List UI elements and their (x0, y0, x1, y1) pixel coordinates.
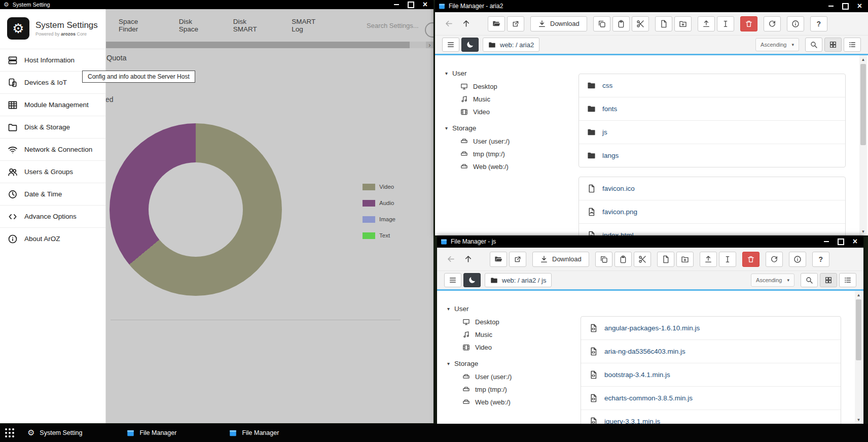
back-button[interactable] (442, 17, 455, 30)
settings-search-input[interactable] (366, 21, 433, 30)
scroll-up-arrow[interactable]: ▲ (855, 291, 862, 298)
file-row-aria-ng[interactable]: aria-ng-da5356c403.min.js (581, 340, 841, 363)
taskbar-item-system-setting[interactable]: ⚙ System Setting (27, 429, 82, 437)
help-button[interactable]: ? (812, 252, 829, 267)
sidebar-item-host-information[interactable]: Host Information (0, 49, 105, 71)
delete-button[interactable] (742, 252, 760, 267)
tree-item-web-drive[interactable]: Web (web:/) (437, 396, 565, 409)
download-button[interactable]: Download (530, 16, 587, 31)
file-row-favicon-png[interactable]: favicon.png (579, 200, 845, 224)
minimize-button[interactable] (394, 4, 399, 5)
tab-space-finder[interactable]: Space Finder (119, 18, 159, 33)
minimize-button[interactable] (824, 241, 829, 242)
new-folder-button[interactable] (674, 16, 692, 31)
new-file-button[interactable] (657, 252, 674, 267)
app-launcher-icon[interactable] (5, 428, 14, 437)
close-button[interactable]: × (857, 2, 862, 10)
file-row-fonts[interactable]: fonts (579, 97, 845, 121)
file-row-jquery[interactable]: jquery-3.3.1.min.js (581, 410, 841, 424)
minimize-button[interactable] (828, 6, 834, 7)
breadcrumb[interactable]: web: / aria2 / js (485, 273, 552, 287)
close-button[interactable]: × (853, 237, 857, 246)
close-button[interactable]: × (423, 1, 427, 9)
list-view-button[interactable] (844, 38, 861, 52)
file-row-js[interactable]: js (579, 121, 845, 144)
tab-smart-log[interactable]: SMART Log (292, 18, 328, 33)
theme-toggle-button[interactable] (461, 38, 479, 52)
tree-section-storage[interactable]: ▾Storage (437, 357, 565, 370)
paste-button[interactable] (612, 16, 630, 31)
delete-button[interactable] (740, 16, 757, 31)
tab-disk-space[interactable]: Disk Space (179, 18, 213, 33)
tree-item-desktop[interactable]: Desktop (435, 80, 563, 93)
maximize-button[interactable] (408, 2, 414, 8)
file-row-echarts[interactable]: echarts-common-3.8.5.min.js (581, 387, 841, 410)
tree-section-storage[interactable]: ▾Storage (435, 121, 563, 135)
sidebar-item-advance-options[interactable]: Advance Options (0, 205, 105, 227)
file-row-langs[interactable]: langs (579, 144, 845, 167)
sidebar-item-users-groups[interactable]: Users & Groups (0, 160, 105, 183)
breadcrumb[interactable]: web: / aria2 (483, 38, 539, 52)
upload-button[interactable] (698, 16, 715, 31)
sidebar-item-network-connection[interactable]: Network & Connection (0, 138, 105, 160)
tree-item-desktop[interactable]: Desktop (437, 316, 565, 328)
scroll-down-arrow[interactable]: ▼ (859, 228, 867, 235)
open-button[interactable] (488, 16, 505, 31)
open-button[interactable] (490, 252, 507, 267)
vertical-scrollbar[interactable]: ▲ ▼ (855, 291, 862, 424)
properties-button[interactable] (789, 252, 806, 267)
open-new-window-button[interactable] (509, 252, 526, 267)
taskbar-item-file-manager-1[interactable]: File Manager (127, 429, 176, 437)
scroll-down-arrow[interactable]: ▼ (855, 416, 862, 423)
tree-item-user-drive[interactable]: User (user:/) (437, 370, 565, 383)
list-view-button[interactable] (839, 273, 856, 287)
horizontal-scrollbar-thumb[interactable] (105, 42, 410, 48)
sidebar-item-disk-storage[interactable]: Disk & Storage (0, 116, 105, 138)
cut-button[interactable] (634, 252, 651, 267)
grid-view-button[interactable] (820, 273, 837, 287)
tree-section-user[interactable]: ▾User (435, 66, 563, 80)
sidebar-item-module-management[interactable]: Module Management (0, 93, 105, 116)
horizontal-scrollbar[interactable]: › (105, 42, 433, 48)
rename-button[interactable] (719, 252, 736, 267)
sidebar-item-date-time[interactable]: Date & Time (0, 183, 105, 205)
sidebar-item-about-aroz[interactable]: About ArOZ (0, 227, 105, 250)
help-button[interactable]: ? (810, 16, 827, 31)
rename-button[interactable] (717, 16, 734, 31)
copy-button[interactable] (593, 16, 610, 31)
new-folder-button[interactable] (676, 252, 694, 267)
search-button[interactable] (805, 38, 822, 52)
grid-view-button[interactable] (824, 38, 842, 52)
maximize-button[interactable] (838, 239, 844, 245)
scroll-up-arrow[interactable]: ▲ (859, 56, 867, 63)
file-row-favicon-ico[interactable]: favicon.ico (579, 177, 845, 200)
file-row-angular[interactable]: angular-packages-1.6.10.min.js (581, 317, 841, 340)
tree-item-web-drive[interactable]: Web (web:/) (435, 160, 563, 173)
fm2-titlebar[interactable]: File Manager - js × (437, 235, 863, 248)
tree-item-tmp-drive[interactable]: tmp (tmp:/) (435, 148, 563, 160)
theme-toggle-button[interactable] (463, 273, 481, 287)
back-button[interactable] (444, 253, 457, 266)
menu-button[interactable] (442, 38, 459, 52)
tab-disk-smart[interactable]: Disk SMART (233, 18, 272, 33)
open-new-window-button[interactable] (507, 16, 524, 31)
paste-button[interactable] (614, 252, 632, 267)
fm1-titlebar[interactable]: File Manager - aria2 × (435, 0, 868, 12)
scrollbar-thumb[interactable] (860, 64, 866, 145)
tree-item-music[interactable]: Music (437, 328, 565, 341)
up-button[interactable] (459, 17, 473, 30)
scroll-right-arrow[interactable]: › (426, 42, 433, 48)
copy-button[interactable] (595, 252, 612, 267)
tree-item-music[interactable]: Music (435, 93, 563, 106)
cut-button[interactable] (632, 16, 649, 31)
menu-button[interactable] (444, 273, 461, 287)
search-button[interactable] (801, 273, 818, 287)
system-settings-titlebar[interactable]: ⚙ System Setting × (0, 0, 433, 9)
file-row-index-html[interactable]: index.html (579, 224, 845, 235)
maximize-button[interactable] (842, 3, 849, 10)
download-button[interactable]: Download (532, 252, 589, 267)
properties-button[interactable] (787, 16, 804, 31)
new-file-button[interactable] (655, 16, 672, 31)
taskbar-item-file-manager-2[interactable]: File Manager (229, 429, 279, 437)
sort-order-select[interactable]: Ascending ▾ (751, 274, 794, 287)
